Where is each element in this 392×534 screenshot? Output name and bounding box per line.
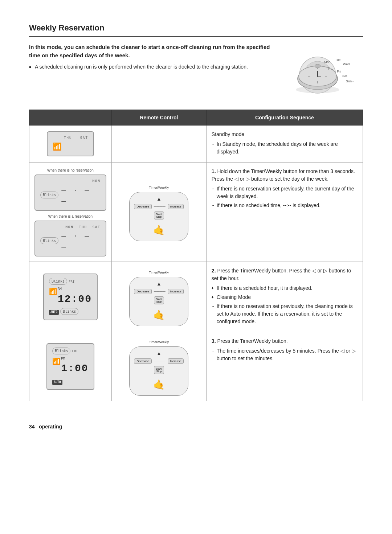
standby-display: THU SAT 📶 xyxy=(47,131,94,157)
svg-text:Sat: Sat xyxy=(342,74,347,78)
svg-text:Wed: Wed xyxy=(343,62,350,66)
pm-label: PM xyxy=(61,356,88,361)
svg-point-11 xyxy=(315,64,320,68)
svg-text:Mon: Mon xyxy=(324,60,331,64)
hand-icon: 🤙 xyxy=(153,223,165,237)
col-config-header: Configuration Sequence xyxy=(206,110,363,126)
start-stop-row-3: Start/Stop xyxy=(154,296,164,304)
config-list-1: In Standby mode, the scheduled days of t… xyxy=(212,140,358,156)
start-stop-button-3[interactable]: Start/Stop xyxy=(154,296,164,304)
auto-badge: AUTO xyxy=(49,310,59,315)
step-num: 1. xyxy=(212,168,216,174)
remote-control-2: Timer/Weekly ▲ Decrease ———— Increase St… xyxy=(129,185,188,241)
start-stop-button[interactable]: Start/Stop xyxy=(154,211,164,219)
fri-label: FRI xyxy=(69,280,74,285)
increase-button[interactable]: Increase xyxy=(168,204,184,209)
time-pm-block: PM 1:00 xyxy=(61,356,88,377)
remote-body-3: ▲ Decrease ———— Increase Start/Stop 🤙 xyxy=(129,277,188,326)
day-row: THU SAT xyxy=(53,136,88,141)
display-cell-2: When there is no reservation MON Blinks … xyxy=(29,163,112,262)
step-num-3: 3. xyxy=(212,338,216,344)
config-cell-3: 2. Press the Timer/Weekly button. Press … xyxy=(206,262,363,332)
decrease-button-3[interactable]: Decrease xyxy=(134,289,151,294)
config-item: If there is no reservation set previousl… xyxy=(212,185,358,200)
arrow-line: ———— xyxy=(154,204,166,209)
arrow-line-4: ———— xyxy=(154,359,166,363)
timer-weekly-label: Timer/Weekly xyxy=(149,185,169,190)
dash-dots: — · — — xyxy=(61,185,101,206)
hand-icon-4: 🤙 xyxy=(153,378,165,392)
config-cell-2: 1. Hold down the Timer/Weekly button for… xyxy=(206,163,363,262)
intro-bold: In this mode, you can schedule the clean… xyxy=(29,43,276,59)
increase-button-3[interactable]: Increase xyxy=(168,289,184,294)
with-reservation-block: When there is a reservation MON THU SAT … xyxy=(34,214,106,257)
signal-icon-4: 📶 xyxy=(52,356,60,366)
svg-point-19 xyxy=(296,86,339,93)
config-list-4: The time increases/decreases by 5 minute… xyxy=(212,347,358,362)
icon-row: 📶 xyxy=(53,141,88,152)
intro-section: In this mode, you can schedule the clean… xyxy=(29,43,363,99)
signal-icon: 📶 xyxy=(53,141,62,152)
remote-body-4: ▲ Decrease ———— Increase Start/Stop 🤙 xyxy=(129,346,188,396)
step-1-text: Hold down the Timer/Weekly button for mo… xyxy=(212,168,355,182)
blinks-row-2: Blinks — · — — xyxy=(40,230,101,252)
no-reservation-display: MON Blinks — · — — xyxy=(34,174,106,211)
hand-icon-3: 🤙 xyxy=(153,308,165,322)
config-item: If there is no scheduled time, --:-- is … xyxy=(212,202,358,209)
table-row: Blinks FRI 📶 PM 1:00 AUTO xyxy=(29,332,363,401)
table-row: When there is no reservation MON Blinks … xyxy=(29,163,363,262)
start-stop-row: Start/Stop xyxy=(154,211,164,219)
config-cell-4: 3. Press the Timer/Weekly button. The ti… xyxy=(206,332,363,401)
day-row-mon: MON xyxy=(40,179,101,184)
start-stop-row-4: Start/Stop xyxy=(154,366,164,374)
arrow-up-button-4[interactable]: ▲ xyxy=(156,350,162,356)
dash-dots-2: — · — — xyxy=(61,230,101,252)
footer: 34_ operating xyxy=(29,423,363,431)
increase-button-4[interactable]: Increase xyxy=(168,358,184,364)
svg-text:Tue: Tue xyxy=(335,58,340,62)
table-row: THU SAT 📶 Standby mode In Standby mode, … xyxy=(29,126,363,163)
with-reservation-display: MON THU SAT Blinks — · — — xyxy=(34,221,106,257)
auto-row-4: AUTO xyxy=(52,377,88,386)
arrow-up-button-3[interactable]: ▲ xyxy=(156,281,162,287)
remote-control-3: Timer/Weekly ▲ Decrease ———— Increase St… xyxy=(129,270,188,326)
col-display-header xyxy=(29,110,112,126)
auto-badge-2: AUTO xyxy=(52,380,62,385)
auto-blinks-row: AUTO Blinks xyxy=(49,308,92,316)
day-row-mon-thu-sat: MON THU SAT xyxy=(40,225,101,230)
blinks-fri-row-2: Blinks FRI xyxy=(52,348,88,356)
time-am-block: AM 12:00 xyxy=(58,287,92,307)
remote-cell-2: Timer/Weekly ▲ Decrease ———— Increase St… xyxy=(111,163,206,262)
table-row: Blinks FRI 📶 AM 12:00 AUTO Blinks xyxy=(29,262,363,332)
step-3-text: Press the Timer/Weekly button. xyxy=(217,338,287,344)
decrease-button[interactable]: Decrease xyxy=(134,204,151,209)
blinks-row: Blinks — · — — xyxy=(40,185,101,206)
time-value-2: 1:00 xyxy=(61,361,88,376)
config-list-3: If there is a scheduled hour, it is disp… xyxy=(212,284,358,325)
minute-display: Blinks FRI 📶 PM 1:00 AUTO xyxy=(46,343,94,390)
remote-control-4: Timer/Weekly ▲ Decrease ———— Increase St… xyxy=(129,340,188,396)
timer-weekly-label-3: Timer/Weekly xyxy=(149,270,169,275)
arrow-up-button[interactable]: ▲ xyxy=(156,196,162,202)
display-cell-3: Blinks FRI 📶 AM 12:00 AUTO Blinks xyxy=(29,262,112,332)
config-item: If there is no reservation set previousl… xyxy=(212,303,358,325)
config-list-2: If there is no reservation set previousl… xyxy=(212,185,358,209)
config-item: In Standby mode, the scheduled days of t… xyxy=(212,140,358,156)
remote-cell-3: Timer/Weekly ▲ Decrease ———— Increase St… xyxy=(111,262,206,332)
step-3: 3. Press the Timer/Weekly button. xyxy=(212,337,358,345)
display-cell-4: Blinks FRI 📶 PM 1:00 AUTO xyxy=(29,332,112,401)
fri-label-2: FRI xyxy=(72,349,78,354)
svg-point-10 xyxy=(317,75,318,77)
decrease-button-4[interactable]: Decrease xyxy=(134,358,151,364)
main-table: Remote Control Configuration Sequence TH… xyxy=(29,110,363,401)
blinks-badge: Blinks xyxy=(40,192,58,198)
hour-display: Blinks FRI 📶 AM 12:00 AUTO Blinks xyxy=(43,274,98,320)
am-label: AM xyxy=(58,287,92,292)
start-stop-button-4[interactable]: Start/Stop xyxy=(154,366,164,374)
signal-time-row-2: 📶 PM 1:00 xyxy=(52,356,88,377)
svg-text:Thu: Thu xyxy=(328,67,334,70)
with-reservation-label: When there is a reservation xyxy=(34,214,106,219)
decrease-increase-row-4: Decrease ———— Increase xyxy=(134,358,184,364)
signal-time-row: 📶 AM 12:00 xyxy=(49,287,92,307)
timer-weekly-label-4: Timer/Weekly xyxy=(149,340,169,345)
